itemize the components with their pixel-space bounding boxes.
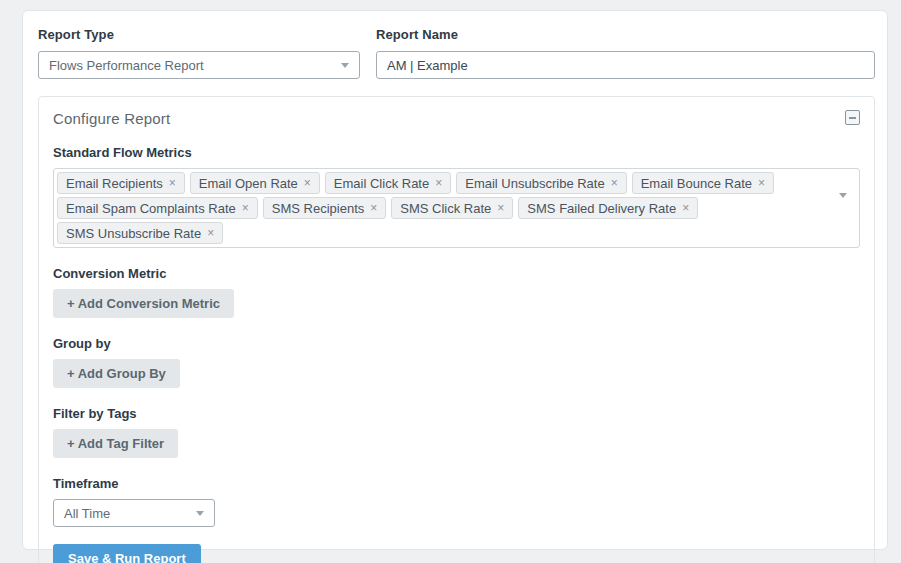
remove-metric-icon[interactable]: × [758, 177, 765, 189]
filter-by-tags-label: Filter by Tags [53, 406, 860, 421]
report-header-row: Report Type Flows Performance Report Rep… [38, 27, 875, 79]
metric-tag-label: SMS Failed Delivery Rate [527, 201, 676, 216]
metric-tag: Email Open Rate× [190, 172, 320, 194]
save-and-run-report-button[interactable]: Save & Run Report [53, 544, 201, 563]
report-type-label: Report Type [38, 27, 360, 42]
metric-tag-label: Email Recipients [66, 176, 163, 191]
metric-tag-label: SMS Click Rate [400, 201, 491, 216]
remove-metric-icon[interactable]: × [242, 202, 249, 214]
metric-tag-label: SMS Recipients [272, 201, 364, 216]
metric-tag: SMS Unsubscribe Rate× [57, 222, 223, 244]
remove-metric-icon[interactable]: × [207, 227, 214, 239]
metric-tag-label: Email Bounce Rate [641, 176, 752, 191]
remove-metric-icon[interactable]: × [304, 177, 311, 189]
metric-tag: Email Click Rate× [325, 172, 451, 194]
minus-icon [849, 117, 856, 119]
metric-tag: Email Recipients× [57, 172, 185, 194]
remove-metric-icon[interactable]: × [169, 177, 176, 189]
timeframe-select[interactable]: All Time [53, 499, 215, 527]
report-type-select[interactable]: Flows Performance Report [38, 51, 360, 79]
metric-tag-label: Email Unsubscribe Rate [465, 176, 604, 191]
remove-metric-icon[interactable]: × [682, 202, 689, 214]
add-tag-filter-button[interactable]: + Add Tag Filter [53, 429, 178, 458]
metric-tag: SMS Failed Delivery Rate× [518, 197, 698, 219]
configure-report-panel: Configure Report Standard Flow Metrics E… [38, 96, 875, 563]
chevron-down-icon [839, 193, 847, 198]
configure-report-title: Configure Report [53, 110, 170, 127]
standard-flow-metrics-label: Standard Flow Metrics [53, 145, 860, 160]
conversion-metric-label: Conversion Metric [53, 266, 860, 281]
metric-tag: Email Bounce Rate× [632, 172, 774, 194]
report-type-field: Report Type Flows Performance Report [38, 27, 360, 79]
report-type-value: Flows Performance Report [49, 58, 341, 73]
group-by-label: Group by [53, 336, 860, 351]
metric-tag-label: SMS Unsubscribe Rate [66, 226, 201, 241]
remove-metric-icon[interactable]: × [435, 177, 442, 189]
report-builder-card: Report Type Flows Performance Report Rep… [22, 10, 888, 550]
chevron-down-icon [196, 511, 204, 516]
report-name-label: Report Name [376, 27, 875, 42]
remove-metric-icon[interactable]: × [370, 202, 377, 214]
metric-tag-label: Email Click Rate [334, 176, 429, 191]
metric-tag-label: Email Spam Complaints Rate [66, 201, 236, 216]
chevron-down-icon [341, 63, 349, 68]
report-name-field: Report Name [376, 27, 875, 79]
collapse-panel-button[interactable] [845, 110, 860, 125]
add-group-by-button[interactable]: + Add Group By [53, 359, 180, 388]
configure-report-header: Configure Report [53, 110, 860, 127]
metric-tag: Email Spam Complaints Rate× [57, 197, 258, 219]
metric-tag: SMS Click Rate× [391, 197, 513, 219]
report-name-input[interactable] [376, 51, 875, 79]
add-conversion-metric-button[interactable]: + Add Conversion Metric [53, 289, 234, 318]
remove-metric-icon[interactable]: × [611, 177, 618, 189]
metric-tag: SMS Recipients× [263, 197, 387, 219]
timeframe-label: Timeframe [53, 476, 860, 491]
metric-tag: Email Unsubscribe Rate× [456, 172, 626, 194]
remove-metric-icon[interactable]: × [497, 202, 504, 214]
metric-tag-label: Email Open Rate [199, 176, 298, 191]
timeframe-value: All Time [64, 506, 196, 521]
standard-flow-metrics-multiselect[interactable]: Email Recipients×Email Open Rate×Email C… [53, 168, 860, 248]
